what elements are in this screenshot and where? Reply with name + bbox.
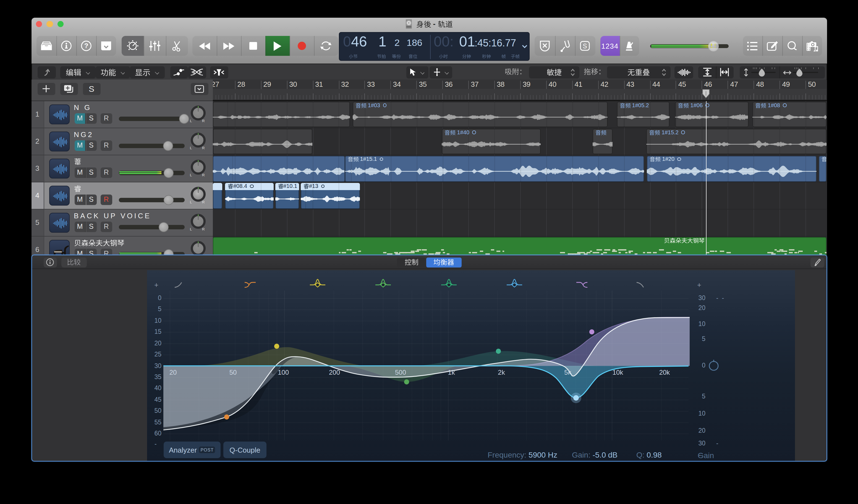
- svg-text:+: +: [154, 280, 158, 289]
- svg-text:S: S: [583, 43, 587, 50]
- svg-text:?: ?: [84, 42, 88, 49]
- svg-text:+: +: [697, 280, 701, 289]
